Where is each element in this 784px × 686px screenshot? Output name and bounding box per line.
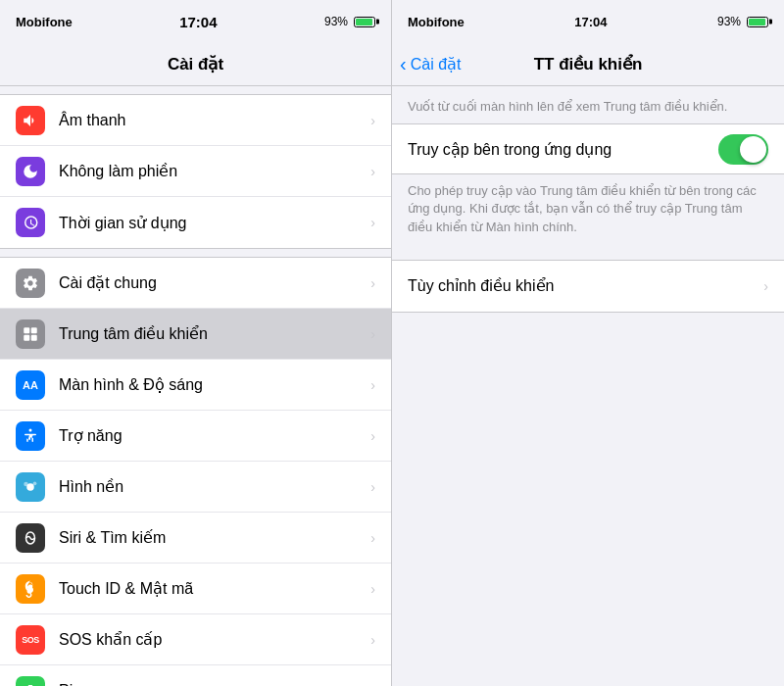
right-nav-header: ‹ Cài đặt TT điều khiển [392,43,784,86]
settings-item-dnd[interactable]: Không làm phiền › [0,146,391,197]
display-label: Màn hình & Độ sáng [59,375,370,394]
customize-item[interactable]: Tùy chỉnh điều khiển › [392,261,784,312]
back-label: Cài đặt [411,55,462,74]
right-panel: Mobifone 17:04 93% ‹ Cài đặt TT điều khi… [392,0,784,686]
settings-item-wallpaper[interactable]: Hình nền › [0,462,391,513]
general-label: Cài đặt chung [59,273,370,292]
toggle-switch[interactable] [718,134,768,165]
sound-icon [16,106,45,135]
back-chevron-icon: ‹ [400,53,407,75]
left-nav-header: Cài đặt [0,43,391,86]
siri-icon [16,523,45,553]
sos-icon: SOS [16,625,45,655]
settings-group-2: Cài đặt chung › Trung tâm điều khiển › A… [0,257,391,686]
screen-time-label: Thời gian sử dụng [59,214,370,232]
svg-point-7 [33,481,37,485]
wallpaper-label: Hình nền [59,477,370,496]
svg-rect-2 [24,334,29,340]
sos-label: SOS khẩn cấp [59,630,370,649]
settings-item-display[interactable]: AA Màn hình & Độ sáng › [0,360,391,411]
sound-chevron: › [370,113,375,128]
display-chevron: › [370,377,375,393]
settings-item-accessibility[interactable]: Trợ năng › [0,411,391,462]
right-time: 17:04 [574,15,607,29]
settings-list: Âm thanh › Không làm phiền › Thời gian s… [0,86,391,686]
screen-time-icon [16,208,45,237]
svg-rect-0 [24,327,29,333]
settings-item-control-center[interactable]: Trung tâm điều khiển › [0,309,391,360]
divider-mid [0,249,391,257]
toggle-label: Truy cập bên trong ứng dụng [408,140,718,159]
right-section-customize: Tùy chỉnh điều khiển › [392,260,784,313]
dnd-icon [16,157,45,186]
left-time: 17:04 [179,14,217,30]
right-battery-icon [747,17,768,27]
left-status-bar: Mobifone 17:04 93% [0,0,391,43]
general-chevron: › [370,275,375,291]
settings-group-1: Âm thanh › Không làm phiền › Thời gian s… [0,94,391,249]
general-icon [16,269,45,298]
svg-point-6 [24,481,28,486]
sound-label: Âm thanh [59,112,370,129]
divider-top [0,86,391,94]
display-icon: AA [16,370,45,400]
right-carrier: Mobifone [408,15,465,29]
left-battery-icon [354,17,375,27]
left-panel: Mobifone 17:04 93% Cài đặt Âm thanh › [0,0,392,686]
touchid-label: Touch ID & Mật mã [59,579,370,598]
right-content: Vuốt từ cuối màn hình lên để xem Trung t… [392,86,784,686]
control-icon [16,319,45,349]
wallpaper-chevron: › [370,479,375,495]
touchid-icon [16,574,45,604]
accessibility-chevron: › [370,428,375,444]
control-center-chevron: › [370,326,375,342]
settings-item-siri[interactable]: Siri & Tìm kiếm › [0,513,391,564]
svg-point-4 [29,428,32,431]
right-status-bar: Mobifone 17:04 93% [392,0,784,43]
left-status-right: 93% [324,15,375,28]
settings-item-sos[interactable]: SOS SOS khẩn cấp › [0,614,391,665]
settings-item-sound[interactable]: Âm thanh › [0,95,391,146]
settings-item-screen-time[interactable]: Thời gian sử dụng › [0,197,391,248]
settings-item-touchid[interactable]: Touch ID & Mật mã › [0,564,391,614]
back-button[interactable]: ‹ Cài đặt [400,53,461,75]
hint-text: Vuốt từ cuối màn hình lên để xem Trung t… [392,86,784,123]
control-center-label: Trung tâm điều khiển [59,324,370,343]
toggle-row[interactable]: Truy cập bên trong ứng dụng [392,123,784,174]
right-status-right: 93% [717,15,768,28]
battery-label: Pin [59,682,370,686]
siri-label: Siri & Tìm kiếm [59,528,370,547]
left-carrier: Mobifone [16,15,73,29]
screen-time-chevron: › [370,215,375,230]
touchid-chevron: › [370,581,375,597]
dnd-label: Không làm phiền [59,162,370,180]
svg-rect-3 [31,334,37,340]
right-nav-title: TT điều khiển [534,54,643,74]
accessibility-label: Trợ năng [59,426,370,445]
left-battery-pct: 93% [324,15,348,28]
left-nav-title: Cài đặt [168,54,223,74]
battery-icon [16,676,45,686]
wallpaper-icon [16,472,45,502]
siri-chevron: › [370,530,375,546]
customize-chevron: › [763,278,768,294]
customize-label: Tùy chỉnh điều khiển [408,276,763,295]
settings-item-battery[interactable]: Pin › [0,665,391,686]
svg-rect-1 [31,327,37,333]
description-text: Cho phép truy cập vào Trung tâm điều khi… [392,174,784,252]
settings-item-general[interactable]: Cài đặt chung › [0,258,391,309]
dnd-chevron: › [370,164,375,179]
right-battery-pct: 93% [717,15,741,28]
accessibility-icon [16,421,45,451]
sos-chevron: › [370,632,375,648]
